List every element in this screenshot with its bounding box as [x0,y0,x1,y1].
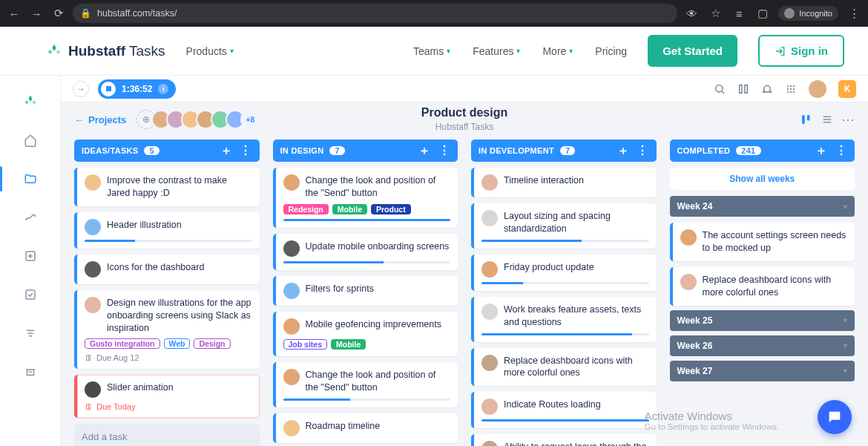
task-card[interactable]: Layout sizing and spacing standardizatio… [471,203,657,249]
reload-icon[interactable]: ⟳ [50,5,67,22]
add-box-icon[interactable] [16,243,45,269]
add-card-icon[interactable]: ＋ [617,145,629,157]
back-to-projects[interactable]: ← Projects [74,114,126,125]
app-logo-icon[interactable] [16,89,45,114]
eye-off-icon[interactable]: 👁 [683,5,700,22]
task-card[interactable]: Filters for sprints [273,276,458,306]
tag-row: Gusto integrationWebDesign [85,338,252,349]
sign-in-button[interactable]: Sign in [758,35,844,67]
kebab-icon[interactable]: ⋮ [846,5,862,22]
svg-point-5 [787,85,789,86]
columns-icon[interactable] [737,83,749,95]
current-user-avatar[interactable] [809,80,826,98]
task-card[interactable]: Replace deashboard icons with more color… [670,267,855,306]
get-started-button[interactable]: Get Started [648,35,737,67]
home-icon[interactable] [16,128,45,153]
week-row[interactable]: Week 24▾ [670,196,855,217]
bell-icon[interactable] [761,83,773,95]
task-card[interactable]: Change the look and position of the "Sen… [273,168,458,228]
column-menu-icon[interactable]: ⋮ [240,145,251,157]
svg-rect-3 [740,85,742,93]
column-menu-icon[interactable]: ⋮ [835,145,847,157]
task-title: Replace deashboard icons with more color… [504,355,649,380]
timer-pill[interactable]: 1:36:52 i [98,79,176,99]
svg-rect-15 [807,115,810,121]
nav-teams[interactable]: Teams▾ [413,45,450,57]
task-card[interactable]: Icons for the dashboard [74,255,260,284]
task-title: Design new illustrations for the app onb… [107,297,252,335]
task-card[interactable]: Slider animation🗓Due Today [74,375,260,418]
timer-info-icon[interactable]: i [158,84,168,94]
tag: Mobile [332,204,367,214]
task-card[interactable]: Replace deashboard icons with more color… [471,348,657,387]
hubstaff-mark-icon [46,43,62,59]
nav-more[interactable]: More▾ [542,45,573,57]
apps-icon[interactable] [785,83,797,95]
add-card-icon[interactable]: ＋ [220,145,232,157]
task-card[interactable]: Header illustration [74,212,260,249]
folder-icon[interactable] [16,166,45,191]
timer-stop-icon[interactable] [101,82,116,96]
nav-pricing[interactable]: Pricing [595,45,627,57]
playlist-icon[interactable]: ≡ [731,5,747,22]
expand-sidebar-button[interactable]: → [73,81,89,97]
add-card-icon[interactable]: ＋ [418,145,430,157]
assignee-avatar [481,174,498,191]
assignee-avatar [85,297,101,313]
task-card[interactable]: Change the look and position of the "Sen… [273,362,458,407]
assignee-avatar [680,274,697,290]
back-icon[interactable]: ← [6,5,22,22]
column-title: COMPLETED [677,146,731,155]
svg-point-11 [787,91,789,92]
list-view-icon[interactable] [821,113,834,126]
workspace-badge[interactable]: K [838,80,856,98]
task-card[interactable]: Improve the contrast to make Jared happy… [74,168,260,206]
chat-button[interactable] [818,400,852,434]
task-card[interactable]: Update mobile onboarding screens [273,234,458,270]
task-card[interactable]: Ability to request leave through the mob… [471,434,657,446]
task-card[interactable]: Design new illustrations for the app onb… [74,290,260,370]
more-icon[interactable]: ⋯ [841,111,855,128]
address-bar[interactable]: 🔒 hubstaff.com/tasks/ [73,4,677,23]
search-icon[interactable] [714,83,726,95]
calendar-icon: 🗓 [85,402,93,411]
task-card[interactable]: Indicate Routes loading [471,392,657,428]
svg-rect-14 [802,115,805,124]
week-row[interactable]: Week 25▾ [670,310,855,331]
tag-row: Job sitesMobile [283,339,451,350]
task-card[interactable]: Mobile geofencing imprevementsJob sitesM… [273,312,458,356]
stack-icon[interactable] [16,321,45,346]
task-title: Timeline interaction [504,174,584,187]
task-card[interactable]: Work breaks feature assets, texts and qu… [471,297,657,342]
add-card-icon[interactable]: ＋ [815,145,827,157]
column-menu-icon[interactable]: ⋮ [637,145,648,157]
tag: Product [371,204,411,214]
week-row[interactable]: Week 26▾ [670,335,855,356]
add-task-input[interactable]: Add a task [74,424,260,446]
check-box-icon[interactable] [16,282,45,307]
forward-icon[interactable]: → [28,5,45,22]
star-icon[interactable]: ☆ [707,5,723,22]
assignee-avatar [283,420,300,436]
task-title: Header illustration [107,219,182,232]
show-all-weeks[interactable]: Show all weeks [670,168,855,190]
sprint-icon[interactable] [16,205,45,230]
left-sidebar [0,76,61,446]
task-card[interactable]: Timeline interaction [471,168,657,197]
nav-products[interactable]: Products▾ [186,45,234,57]
week-row[interactable]: Week 27▾ [670,361,855,381]
task-title: Improve the contrast to make Jared happy… [107,174,252,200]
column-menu-icon[interactable]: ⋮ [438,145,450,157]
brand-logo[interactable]: Hubstaff Tasks [46,43,165,59]
task-card[interactable]: The account settings screen needs to be … [670,223,855,261]
task-card[interactable]: Roadmap timeline [273,413,458,443]
task-title: Mobile geofencing imprevements [306,318,441,331]
member-overflow[interactable]: +8 [240,110,260,129]
task-card[interactable]: Friday product update [471,255,657,291]
board-view-icon[interactable] [800,113,813,126]
progress-bar [481,282,649,284]
panel-icon[interactable]: ▢ [754,5,771,22]
member-avatars: ⊕ +8 [137,110,260,129]
nav-features[interactable]: Features▾ [473,45,520,57]
archive-icon[interactable] [16,359,45,384]
